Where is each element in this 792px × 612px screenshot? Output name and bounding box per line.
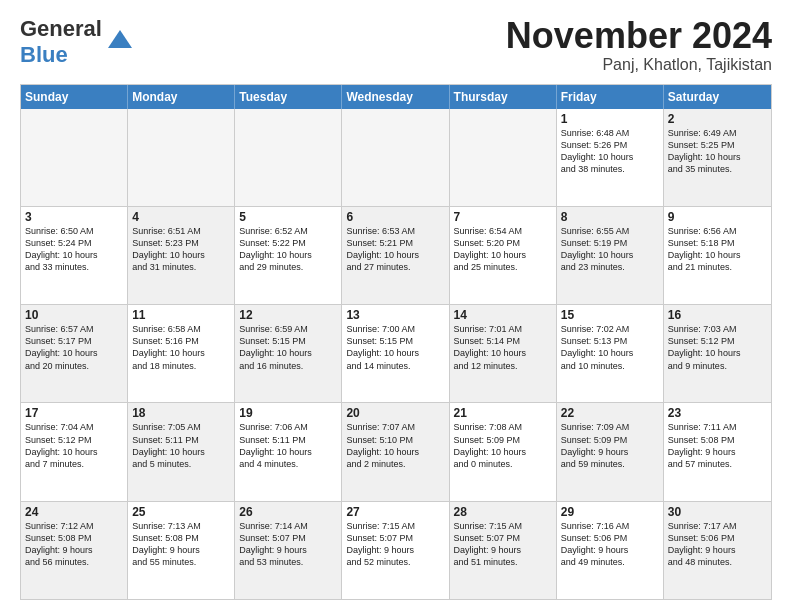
table-row: 10Sunrise: 6:57 AM Sunset: 5:17 PM Dayli… [21, 305, 128, 402]
cell-details: Sunrise: 7:14 AM Sunset: 5:07 PM Dayligh… [239, 520, 337, 569]
cell-details: Sunrise: 7:15 AM Sunset: 5:07 PM Dayligh… [454, 520, 552, 569]
cell-details: Sunrise: 6:52 AM Sunset: 5:22 PM Dayligh… [239, 225, 337, 274]
calendar-header-cell: Saturday [664, 85, 771, 109]
cell-details: Sunrise: 6:56 AM Sunset: 5:18 PM Dayligh… [668, 225, 767, 274]
day-number: 20 [346, 406, 444, 420]
cell-details: Sunrise: 7:07 AM Sunset: 5:10 PM Dayligh… [346, 421, 444, 470]
table-row [235, 109, 342, 206]
table-row [450, 109, 557, 206]
day-number: 17 [25, 406, 123, 420]
day-number: 27 [346, 505, 444, 519]
table-row: 21Sunrise: 7:08 AM Sunset: 5:09 PM Dayli… [450, 403, 557, 500]
table-row: 28Sunrise: 7:15 AM Sunset: 5:07 PM Dayli… [450, 502, 557, 599]
cell-details: Sunrise: 7:03 AM Sunset: 5:12 PM Dayligh… [668, 323, 767, 372]
calendar-body: 1Sunrise: 6:48 AM Sunset: 5:26 PM Daylig… [21, 109, 771, 599]
table-row: 5Sunrise: 6:52 AM Sunset: 5:22 PM Daylig… [235, 207, 342, 304]
cell-details: Sunrise: 7:01 AM Sunset: 5:14 PM Dayligh… [454, 323, 552, 372]
cell-details: Sunrise: 7:11 AM Sunset: 5:08 PM Dayligh… [668, 421, 767, 470]
day-number: 5 [239, 210, 337, 224]
table-row: 4Sunrise: 6:51 AM Sunset: 5:23 PM Daylig… [128, 207, 235, 304]
table-row: 22Sunrise: 7:09 AM Sunset: 5:09 PM Dayli… [557, 403, 664, 500]
calendar-header-cell: Wednesday [342, 85, 449, 109]
cell-details: Sunrise: 6:57 AM Sunset: 5:17 PM Dayligh… [25, 323, 123, 372]
cell-details: Sunrise: 7:08 AM Sunset: 5:09 PM Dayligh… [454, 421, 552, 470]
day-number: 8 [561, 210, 659, 224]
cell-details: Sunrise: 6:53 AM Sunset: 5:21 PM Dayligh… [346, 225, 444, 274]
logo-blue: Blue [20, 42, 68, 67]
calendar-row: 3Sunrise: 6:50 AM Sunset: 5:24 PM Daylig… [21, 206, 771, 304]
calendar-header-cell: Monday [128, 85, 235, 109]
table-row [128, 109, 235, 206]
cell-details: Sunrise: 7:17 AM Sunset: 5:06 PM Dayligh… [668, 520, 767, 569]
table-row: 12Sunrise: 6:59 AM Sunset: 5:15 PM Dayli… [235, 305, 342, 402]
day-number: 23 [668, 406, 767, 420]
calendar-header-cell: Tuesday [235, 85, 342, 109]
day-number: 26 [239, 505, 337, 519]
cell-details: Sunrise: 6:55 AM Sunset: 5:19 PM Dayligh… [561, 225, 659, 274]
table-row: 19Sunrise: 7:06 AM Sunset: 5:11 PM Dayli… [235, 403, 342, 500]
header: General Blue November 2024 Panj, Khatlon… [20, 16, 772, 74]
page-title: November 2024 [506, 16, 772, 56]
day-number: 18 [132, 406, 230, 420]
page: General Blue November 2024 Panj, Khatlon… [0, 0, 792, 612]
day-number: 30 [668, 505, 767, 519]
cell-details: Sunrise: 7:13 AM Sunset: 5:08 PM Dayligh… [132, 520, 230, 569]
table-row [342, 109, 449, 206]
table-row: 2Sunrise: 6:49 AM Sunset: 5:25 PM Daylig… [664, 109, 771, 206]
day-number: 22 [561, 406, 659, 420]
day-number: 13 [346, 308, 444, 322]
table-row: 20Sunrise: 7:07 AM Sunset: 5:10 PM Dayli… [342, 403, 449, 500]
page-subtitle: Panj, Khatlon, Tajikistan [506, 56, 772, 74]
day-number: 10 [25, 308, 123, 322]
table-row: 14Sunrise: 7:01 AM Sunset: 5:14 PM Dayli… [450, 305, 557, 402]
table-row: 24Sunrise: 7:12 AM Sunset: 5:08 PM Dayli… [21, 502, 128, 599]
day-number: 7 [454, 210, 552, 224]
table-row: 7Sunrise: 6:54 AM Sunset: 5:20 PM Daylig… [450, 207, 557, 304]
table-row: 17Sunrise: 7:04 AM Sunset: 5:12 PM Dayli… [21, 403, 128, 500]
cell-details: Sunrise: 7:02 AM Sunset: 5:13 PM Dayligh… [561, 323, 659, 372]
table-row: 13Sunrise: 7:00 AM Sunset: 5:15 PM Dayli… [342, 305, 449, 402]
cell-details: Sunrise: 6:49 AM Sunset: 5:25 PM Dayligh… [668, 127, 767, 176]
day-number: 6 [346, 210, 444, 224]
cell-details: Sunrise: 7:15 AM Sunset: 5:07 PM Dayligh… [346, 520, 444, 569]
cell-details: Sunrise: 6:54 AM Sunset: 5:20 PM Dayligh… [454, 225, 552, 274]
day-number: 1 [561, 112, 659, 126]
cell-details: Sunrise: 7:05 AM Sunset: 5:11 PM Dayligh… [132, 421, 230, 470]
day-number: 21 [454, 406, 552, 420]
table-row: 23Sunrise: 7:11 AM Sunset: 5:08 PM Dayli… [664, 403, 771, 500]
day-number: 15 [561, 308, 659, 322]
table-row: 29Sunrise: 7:16 AM Sunset: 5:06 PM Dayli… [557, 502, 664, 599]
day-number: 19 [239, 406, 337, 420]
calendar-header: SundayMondayTuesdayWednesdayThursdayFrid… [21, 85, 771, 109]
table-row: 9Sunrise: 6:56 AM Sunset: 5:18 PM Daylig… [664, 207, 771, 304]
table-row: 30Sunrise: 7:17 AM Sunset: 5:06 PM Dayli… [664, 502, 771, 599]
calendar-row: 1Sunrise: 6:48 AM Sunset: 5:26 PM Daylig… [21, 109, 771, 206]
table-row: 25Sunrise: 7:13 AM Sunset: 5:08 PM Dayli… [128, 502, 235, 599]
table-row: 16Sunrise: 7:03 AM Sunset: 5:12 PM Dayli… [664, 305, 771, 402]
svg-marker-0 [108, 30, 132, 48]
day-number: 29 [561, 505, 659, 519]
cell-details: Sunrise: 7:00 AM Sunset: 5:15 PM Dayligh… [346, 323, 444, 372]
cell-details: Sunrise: 6:51 AM Sunset: 5:23 PM Dayligh… [132, 225, 230, 274]
logo-icon [106, 28, 134, 56]
calendar: SundayMondayTuesdayWednesdayThursdayFrid… [20, 84, 772, 600]
table-row: 3Sunrise: 6:50 AM Sunset: 5:24 PM Daylig… [21, 207, 128, 304]
day-number: 9 [668, 210, 767, 224]
day-number: 24 [25, 505, 123, 519]
cell-details: Sunrise: 6:48 AM Sunset: 5:26 PM Dayligh… [561, 127, 659, 176]
table-row: 26Sunrise: 7:14 AM Sunset: 5:07 PM Dayli… [235, 502, 342, 599]
logo-text: General Blue [20, 16, 102, 68]
logo-general: General [20, 16, 102, 41]
table-row [21, 109, 128, 206]
table-row: 6Sunrise: 6:53 AM Sunset: 5:21 PM Daylig… [342, 207, 449, 304]
calendar-row: 10Sunrise: 6:57 AM Sunset: 5:17 PM Dayli… [21, 304, 771, 402]
cell-details: Sunrise: 7:12 AM Sunset: 5:08 PM Dayligh… [25, 520, 123, 569]
calendar-header-cell: Thursday [450, 85, 557, 109]
day-number: 14 [454, 308, 552, 322]
table-row: 11Sunrise: 6:58 AM Sunset: 5:16 PM Dayli… [128, 305, 235, 402]
cell-details: Sunrise: 7:04 AM Sunset: 5:12 PM Dayligh… [25, 421, 123, 470]
cell-details: Sunrise: 6:58 AM Sunset: 5:16 PM Dayligh… [132, 323, 230, 372]
cell-details: Sunrise: 6:50 AM Sunset: 5:24 PM Dayligh… [25, 225, 123, 274]
cell-details: Sunrise: 7:06 AM Sunset: 5:11 PM Dayligh… [239, 421, 337, 470]
table-row: 8Sunrise: 6:55 AM Sunset: 5:19 PM Daylig… [557, 207, 664, 304]
